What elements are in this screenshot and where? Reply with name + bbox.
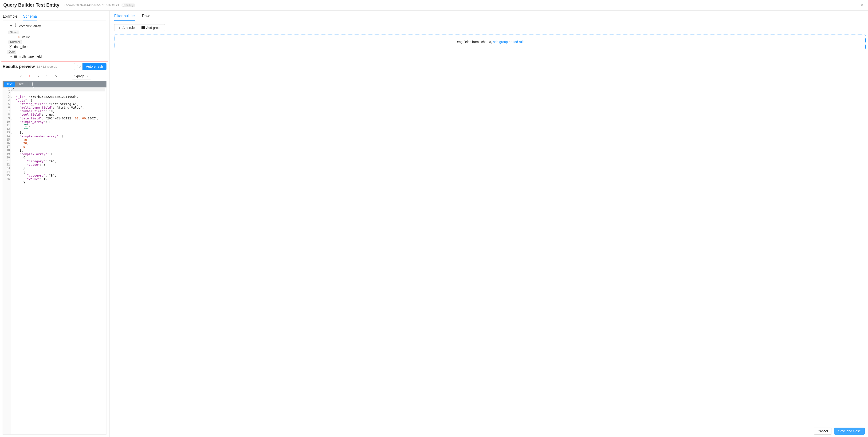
reload-icon — [76, 64, 81, 69]
code-viewer[interactable]: 1234567891011121314151617181920212223242… — [3, 88, 106, 435]
dropzone-add-rule-link[interactable]: add rule — [513, 40, 525, 44]
results-title: Results preview — [3, 64, 35, 69]
page-3[interactable]: 3 — [44, 73, 50, 79]
save-button[interactable]: Save and close — [834, 428, 865, 435]
chevron-down-icon — [10, 25, 12, 27]
page-1[interactable]: 1 — [27, 73, 32, 79]
close-icon[interactable]: ✕ — [860, 2, 865, 8]
tab-schema[interactable]: Schema — [23, 13, 37, 21]
results-preview-panel: Results preview 12 / 12 records Autorefr… — [1, 61, 108, 436]
toggle-knob-icon — [122, 4, 125, 7]
view-text-button[interactable]: Text — [4, 82, 15, 87]
add-group-button[interactable]: + Add group — [138, 24, 165, 31]
cancel-button[interactable]: Cancel — [814, 428, 832, 435]
view-tree-button[interactable]: Tree — [15, 82, 26, 87]
page-prev[interactable]: < — [18, 73, 24, 79]
page-2[interactable]: 2 — [36, 73, 41, 79]
add-rule-button[interactable]: + Add rule — [114, 24, 138, 31]
type-tag-number: Number — [8, 40, 22, 44]
plus-icon: + — [118, 26, 121, 29]
refresh-button[interactable] — [74, 63, 83, 70]
tree-node-date-field[interactable]: date_field — [3, 44, 106, 50]
record-count: 12 / 12 records — [37, 65, 57, 68]
tab-example[interactable]: Example — [3, 13, 18, 20]
type-tag-date: Date — [7, 50, 16, 54]
table-icon — [14, 55, 17, 58]
page-next[interactable]: > — [53, 73, 59, 79]
tree-node-value[interactable]: n value — [3, 34, 106, 40]
view-toolbar: Text Tree — [3, 81, 106, 88]
type-tag-string: String — [8, 31, 19, 34]
chevron-down-icon — [10, 56, 12, 57]
debug-toggle[interactable]: Debug — [122, 3, 135, 7]
tab-raw[interactable]: Raw — [142, 12, 150, 21]
search-icon — [32, 82, 33, 86]
page-title: Query Builder Test Entity — [3, 2, 59, 8]
tree-node-complex-array[interactable]: [ ] complex_array — [3, 22, 106, 30]
tree-node-multi-type[interactable]: multi_type_field — [3, 54, 106, 59]
brackets-icon: [ ] — [14, 23, 18, 29]
search-button[interactable] — [30, 82, 35, 87]
left-tabs: Example Schema — [3, 13, 106, 21]
clock-icon — [9, 45, 12, 49]
filter-dropzone[interactable]: Drag fields from schema, add group or ad… — [114, 35, 866, 49]
page-size-select[interactable]: 5/page — [72, 73, 91, 80]
footer-actions: Cancel Save and close — [810, 425, 868, 437]
schema-tree: [ ] complex_array String n value Number … — [3, 22, 106, 59]
autorefresh-button[interactable]: Autorefresh — [83, 63, 106, 70]
entity-id: ID: 5da78798-ab28-4437-895e-7615966fd8e1 — [62, 3, 119, 7]
pagination: < 1 2 3 > 5/page — [3, 73, 106, 80]
n-icon: n — [17, 35, 20, 39]
dropzone-add-group-link[interactable]: add group — [493, 40, 508, 44]
right-tabs: Filter builder Raw — [114, 10, 866, 21]
plus-square-icon: + — [142, 26, 145, 29]
header-bar: Query Builder Test Entity ID: 5da78798-a… — [0, 0, 868, 10]
tab-filter-builder[interactable]: Filter builder — [114, 12, 135, 21]
